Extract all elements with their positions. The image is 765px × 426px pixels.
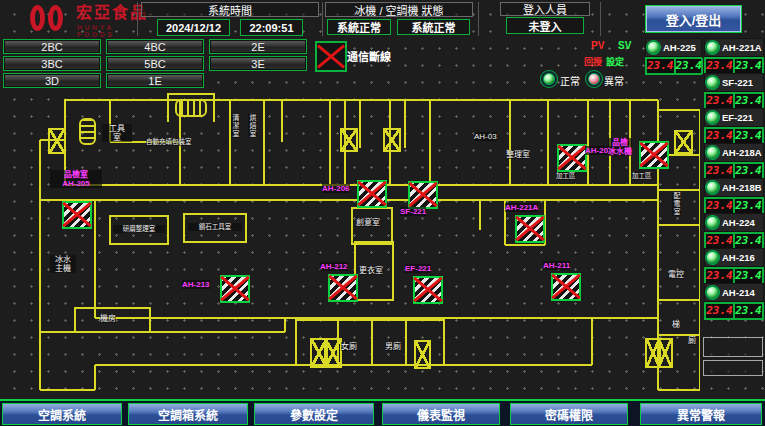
nav-ahu-system-button[interactable]: 空調箱系統 xyxy=(128,403,248,425)
login-state: 未登入 xyxy=(506,17,584,34)
shaft-icon xyxy=(324,338,342,368)
room-label: 冰水 主機 xyxy=(50,255,76,273)
pv-value: 23.4 xyxy=(705,198,734,214)
spare-slot xyxy=(703,360,763,376)
unit-name-row: AH-214 xyxy=(704,283,764,302)
sv-value: 23.4 xyxy=(734,128,763,144)
unit-label: AH-224 xyxy=(722,217,755,228)
ahu-equipment-icon[interactable] xyxy=(557,144,587,172)
ahu-equipment-icon[interactable] xyxy=(551,273,581,301)
unit-name-row: SF-221 xyxy=(704,73,764,92)
status-lamp-icon xyxy=(647,41,660,54)
floor-button-5bc[interactable]: 5BC xyxy=(106,56,204,71)
abnormal-lamp-icon xyxy=(588,73,600,85)
pv-sub-label: 回授 xyxy=(584,55,602,68)
room-label: 梯 xyxy=(672,320,680,329)
floor-button-4bc[interactable]: 4BC xyxy=(106,39,204,54)
ahu-equipment-icon[interactable] xyxy=(220,275,250,303)
chiller-status: 系統正常 xyxy=(327,19,391,35)
room-label: 自動充填包裝室 xyxy=(146,138,192,146)
sv-value: 23.4 xyxy=(734,268,763,284)
shaft-icon xyxy=(383,128,401,152)
floor-button-3d[interactable]: 3D xyxy=(3,73,101,88)
equipment-label: AH-212 xyxy=(320,262,348,271)
brand-subtitle: HUNYA FOODS xyxy=(77,24,154,38)
pv-value: 23.4 xyxy=(705,163,734,179)
room-label: 機房 xyxy=(100,314,116,323)
nav-ac-system-button[interactable]: 空調系統 xyxy=(2,403,122,425)
unit-row[interactable]: AH-218A 23.4 23.4 xyxy=(704,143,764,180)
logo-icon xyxy=(48,5,63,31)
unit-row[interactable]: EF-221 23.4 23.4 xyxy=(704,108,764,145)
ahu-equipment-icon[interactable] xyxy=(639,141,669,169)
nav-alarm-button[interactable]: 異常警報 xyxy=(640,403,762,425)
ahu-equipment-icon[interactable] xyxy=(515,215,545,243)
equipment-label: AH-221A xyxy=(505,203,538,212)
logo-icon xyxy=(30,5,45,31)
time-value: 22:09:51 xyxy=(240,19,303,36)
shaft-icon xyxy=(414,340,431,369)
unit-row[interactable]: AH-214 23.4 23.4 xyxy=(704,283,764,320)
normal-label: 正常 xyxy=(560,73,580,88)
unit-label: AH-218B xyxy=(722,182,762,193)
floor-button-2e[interactable]: 2E xyxy=(209,39,307,54)
stairs-icon xyxy=(79,118,96,145)
bottom-nav: 空調系統 空調箱系統 參數設定 儀表監視 密碼權限 異常警報 xyxy=(0,399,765,426)
pv-value: 23.4 xyxy=(705,233,734,249)
unit-row[interactable]: AH-224 23.4 23.4 xyxy=(704,213,764,250)
unit-name-row: AH-225 xyxy=(645,38,702,57)
status-lamp-icon xyxy=(706,216,719,229)
unit-row[interactable]: AH-218B 23.4 23.4 xyxy=(704,178,764,215)
unit-label: AH-225 xyxy=(663,42,696,53)
equipment-label: AH-213 xyxy=(182,280,210,289)
room-label: 研磨整理室 xyxy=(113,225,165,233)
room-label: 創意室 xyxy=(356,218,380,227)
unit-row[interactable]: AH-216 23.4 23.4 xyxy=(704,248,764,285)
unit-row[interactable]: AH-221A 23.4 23.4 xyxy=(704,38,764,75)
floor-button-3bc[interactable]: 3BC xyxy=(3,56,101,71)
stairs-icon xyxy=(175,99,207,117)
shaft-icon xyxy=(340,128,358,152)
unit-label: AH-214 xyxy=(722,287,755,298)
room-label: 工具 室 xyxy=(102,124,132,142)
equipment-label: SF-221 xyxy=(400,207,426,216)
floor-button-1e[interactable]: 1E xyxy=(106,73,204,88)
room-label: 女廁 xyxy=(341,342,357,351)
unit-name-row: AH-224 xyxy=(704,213,764,232)
floor-button-3e[interactable]: 3E xyxy=(209,56,307,71)
equipment-label: 品檢 冰水機 xyxy=(608,138,632,156)
sv-value: 23.4 xyxy=(734,233,763,249)
shaft-icon xyxy=(674,130,693,154)
ahu-equipment-icon[interactable] xyxy=(357,180,387,208)
room-label: 烘焙室 xyxy=(248,114,257,138)
sv-value: 23.4 xyxy=(675,58,704,74)
ahu-equipment-icon[interactable] xyxy=(413,276,443,304)
ahu-equipment-icon[interactable] xyxy=(328,274,358,302)
equipment-label: EF-221 xyxy=(405,264,431,273)
unit-label: AH-221A xyxy=(722,42,762,53)
room-label: 男廁 xyxy=(385,342,401,351)
pv-value: 23.4 xyxy=(705,128,734,144)
sv-value: 23.4 xyxy=(734,198,763,214)
floor-button-2bc[interactable]: 2BC xyxy=(3,39,101,54)
room-label: 配電室 xyxy=(672,192,681,216)
room-label: 廁 xyxy=(688,336,696,345)
login-person-label: 登入人員 xyxy=(500,2,590,16)
status-lamp-icon xyxy=(706,76,719,89)
ahu-equipment-icon[interactable] xyxy=(62,201,92,229)
unit-values: 23.4 23.4 xyxy=(704,302,764,320)
unit-name-row: AH-221A xyxy=(704,38,764,57)
unit-row[interactable]: SF-221 23.4 23.4 xyxy=(704,73,764,110)
pv-value: 23.4 xyxy=(646,58,675,74)
unit-label: AH-216 xyxy=(722,252,755,263)
equipment-label: AH-206 xyxy=(322,184,350,193)
unit-row[interactable]: AH-225 23.4 23.4 xyxy=(645,38,702,75)
nav-password-button[interactable]: 密碼權限 xyxy=(510,403,628,425)
nav-parameter-button[interactable]: 參數設定 xyxy=(254,403,374,425)
nav-meter-button[interactable]: 儀表監視 xyxy=(382,403,500,425)
ahu-status: 系統正常 xyxy=(397,19,470,35)
divider xyxy=(478,2,479,36)
ahu-equipment-icon[interactable] xyxy=(408,181,438,209)
shaft-icon xyxy=(48,128,66,154)
login-logout-button[interactable]: 登入/登出 xyxy=(645,5,742,33)
